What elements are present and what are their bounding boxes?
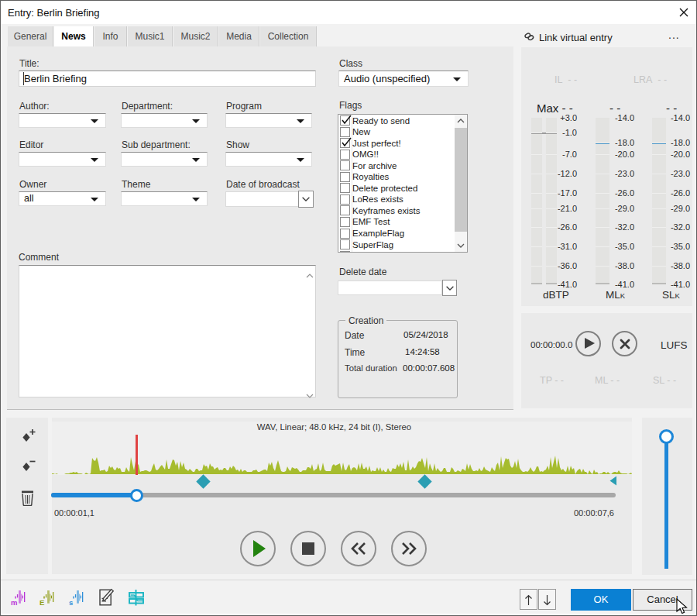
svg-text:E: E [39,598,44,607]
svg-text:m: m [11,598,17,607]
svg-text:s: s [69,598,73,607]
